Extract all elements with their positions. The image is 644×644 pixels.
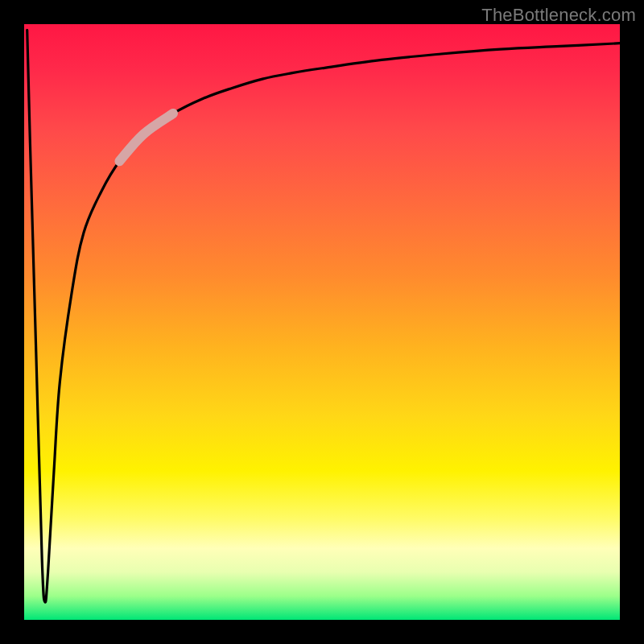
- highlight-segment-path: [119, 114, 173, 161]
- curve-svg: [24, 24, 620, 620]
- chart-frame: TheBottleneck.com: [0, 0, 644, 644]
- watermark-text: TheBottleneck.com: [481, 5, 636, 26]
- plot-area: [24, 24, 620, 620]
- bottleneck-curve-path: [27, 30, 620, 602]
